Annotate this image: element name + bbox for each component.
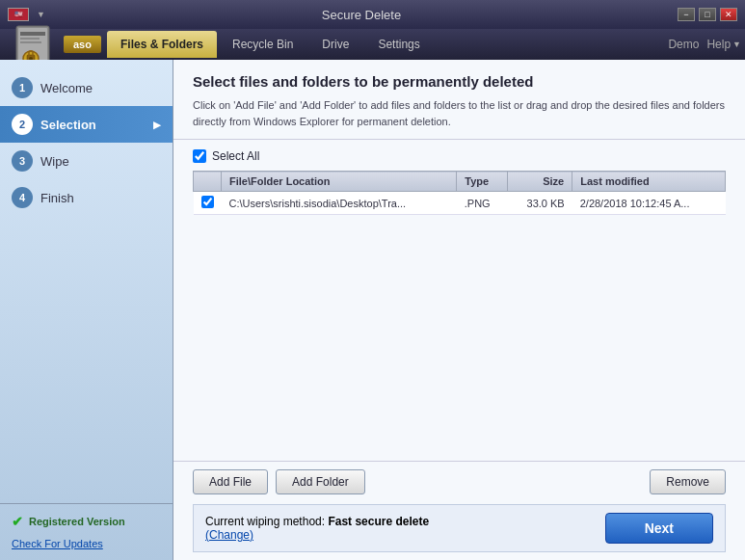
tab-drive[interactable]: Drive	[308, 31, 362, 58]
step-num-3: 3	[12, 150, 33, 172]
sidebar-item-wipe[interactable]: 3 Wipe	[0, 143, 173, 179]
content-header: Select files and folders to be permanent…	[173, 60, 745, 140]
add-folder-button[interactable]: Add Folder	[276, 469, 365, 494]
sidebar-item-selection[interactable]: 2 Selection ▶	[0, 106, 173, 143]
tab-recycle-bin[interactable]: Recycle Bin	[219, 31, 306, 58]
svg-rect-3	[20, 38, 40, 40]
row-check-cell	[194, 192, 222, 215]
select-all-label: Select All	[212, 149, 259, 163]
tab-settings[interactable]: Settings	[364, 31, 433, 58]
row-checkbox[interactable]	[201, 196, 214, 208]
svg-rect-2	[20, 32, 45, 36]
file-table: File\Folder Location Type Size Last modi…	[193, 171, 726, 215]
change-method-link[interactable]: (Change)	[205, 528, 429, 542]
sidebar-label-selection: Selection	[40, 118, 96, 132]
help-label: Help	[706, 38, 731, 51]
add-file-button[interactable]: Add File	[193, 469, 268, 494]
sidebar-bottom: ✔ Registered Version Check For Updates	[0, 503, 173, 560]
wipe-method-bar: Current wiping method: Fast secure delet…	[193, 504, 726, 552]
page-description: Click on 'Add File' and 'Add Folder' to …	[193, 97, 726, 129]
title-bar-controls: − □ ✕	[678, 8, 737, 21]
logo-label: aso	[64, 36, 101, 53]
row-type-cell: .PNG	[457, 192, 508, 215]
help-menu[interactable]: Help ▼	[706, 38, 741, 51]
demo-link[interactable]: Demo	[668, 38, 699, 51]
col-type-header: Type	[457, 172, 508, 192]
step-num-4: 4	[12, 187, 33, 208]
content-footer: Add File Add Folder Remove Current wipin…	[173, 461, 745, 560]
sidebar-label-welcome: Welcome	[40, 81, 93, 95]
col-modified-header: Last modified	[572, 172, 726, 192]
table-row: C:\Users\srishti.sisodia\Desktop\Tra... …	[194, 192, 726, 215]
wipe-method-prefix-label: Current wiping method:	[205, 515, 325, 528]
wipe-method-name-label: Fast secure delete	[328, 515, 429, 528]
content-area: Select files and folders to be permanent…	[173, 60, 745, 560]
menu-right: Demo Help ▼	[668, 38, 741, 51]
step-num-2: 2	[12, 114, 33, 135]
sidebar-label-finish: Finish	[40, 191, 74, 205]
row-modified-cell: 2/28/2018 10:12:45 A...	[572, 192, 726, 215]
row-size-cell: 33.0 KB	[507, 192, 572, 215]
svg-rect-4	[20, 41, 41, 43]
sidebar-label-wipe: Wipe	[40, 154, 69, 169]
next-button[interactable]: Next	[605, 513, 713, 544]
content-body: Select All File\Folder Location Type Siz…	[173, 140, 745, 461]
title-bar: 🇺🇸 ▼ Secure Delete − □ ✕	[0, 0, 745, 29]
registered-status: ✔ Registered Version	[12, 514, 161, 529]
sidebar: 1 Welcome 2 Selection ▶ 3 Wipe 4 Finish …	[0, 60, 173, 560]
row-location-cell: C:\Users\srishti.sisodia\Desktop\Tra...	[222, 192, 457, 215]
action-buttons-row: Add File Add Folder Remove	[193, 469, 726, 494]
main-area: 1 Welcome 2 Selection ▶ 3 Wipe 4 Finish …	[0, 60, 745, 560]
help-chevron-icon: ▼	[732, 40, 741, 49]
wipe-method-info: Current wiping method: Fast secure delet…	[205, 515, 429, 542]
select-all-checkbox[interactable]	[193, 149, 206, 163]
sidebar-item-welcome[interactable]: 1 Welcome	[0, 69, 173, 106]
registered-label: Registered Version	[29, 516, 125, 527]
chevron-right-icon: ▶	[153, 120, 161, 130]
maximize-button[interactable]: □	[699, 8, 716, 21]
table-header-row: File\Folder Location Type Size Last modi…	[194, 172, 726, 192]
check-circle-icon: ✔	[12, 514, 23, 529]
col-check-header	[194, 172, 222, 192]
close-button[interactable]: ✕	[720, 8, 737, 21]
tab-files-folders[interactable]: Files & Folders	[107, 31, 217, 58]
check-updates-link[interactable]: Check For Updates	[12, 538, 103, 549]
menu-bar: aso Files & Folders Recycle Bin Drive Se…	[0, 29, 745, 60]
sidebar-item-finish[interactable]: 4 Finish	[0, 179, 173, 216]
step-num-1: 1	[12, 77, 33, 98]
remove-button[interactable]: Remove	[650, 469, 726, 494]
col-size-header: Size	[507, 172, 572, 192]
window-title: Secure Delete	[45, 8, 678, 22]
minimize-button[interactable]: −	[678, 8, 695, 21]
page-title: Select files and folders to be permanent…	[193, 73, 726, 90]
col-location-header: File\Folder Location	[222, 172, 457, 192]
select-all-row: Select All	[193, 149, 726, 163]
